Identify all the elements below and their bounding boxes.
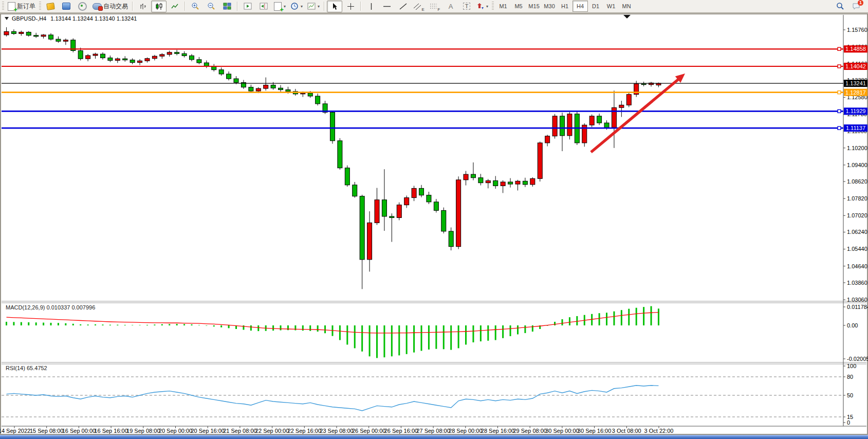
candle-body[interactable] (597, 116, 602, 123)
candle-body[interactable] (486, 181, 490, 183)
arrows-tool-button[interactable] (475, 1, 490, 12)
candle-body[interactable] (308, 93, 312, 96)
timeframe-w1-button[interactable]: W1 (603, 1, 619, 12)
auto-scroll-button[interactable] (240, 1, 255, 12)
candle-body[interactable] (152, 56, 157, 59)
candle-body[interactable] (26, 32, 31, 35)
search-button[interactable] (833, 1, 848, 12)
indicators-button[interactable] (272, 1, 288, 12)
candle-body[interactable] (412, 188, 416, 197)
periods-button[interactable] (288, 1, 305, 12)
timeframe-d1-button[interactable]: D1 (588, 1, 603, 12)
crosshair-tool-button[interactable] (343, 1, 358, 12)
text-tool-button[interactable]: A (443, 1, 458, 12)
candle-body[interactable] (404, 198, 409, 205)
trendline-tool-button[interactable] (395, 1, 411, 12)
timeframe-m1-button[interactable]: M1 (495, 1, 511, 12)
candle-body[interactable] (115, 59, 120, 60)
candle-body[interactable] (19, 32, 24, 34)
candle-body[interactable] (286, 90, 290, 92)
candle-body[interactable] (34, 35, 39, 36)
candle-body[interactable] (427, 195, 431, 202)
candle-body[interactable] (641, 84, 646, 85)
candle-body[interactable] (182, 53, 187, 56)
candle-body[interactable] (449, 231, 453, 247)
candle-body[interactable] (360, 196, 364, 260)
timeframe-m5-button[interactable]: M5 (511, 1, 526, 12)
navigator-button[interactable] (75, 1, 90, 12)
auto-trading-button[interactable]: 自动交易 (90, 1, 130, 12)
candle-body[interactable] (78, 51, 83, 59)
channel-tool-button[interactable]: E (411, 1, 427, 12)
candle-body[interactable] (538, 143, 542, 178)
candle-body[interactable] (256, 88, 261, 91)
candle-body[interactable] (279, 88, 283, 89)
candle-body[interactable] (190, 56, 194, 59)
candle-body[interactable] (552, 116, 557, 136)
candle-body[interactable] (41, 35, 46, 36)
line-handle[interactable] (838, 109, 841, 113)
fibonacci-tool-button[interactable]: F (427, 1, 442, 12)
candle-body[interactable] (227, 74, 231, 79)
candle-body[interactable] (434, 202, 438, 211)
timeframe-h1-button[interactable]: H1 (557, 1, 572, 12)
cursor-tool-button[interactable] (327, 1, 342, 12)
candle-body[interactable] (367, 223, 372, 260)
candle-body[interactable] (523, 181, 527, 185)
candle-body[interactable] (160, 54, 164, 56)
chart-canvas[interactable]: 1.157601.149601.141601.133801.125801.117… (0, 0, 868, 439)
data-window-button[interactable] (59, 1, 74, 12)
candle-body[interactable] (626, 95, 631, 105)
candle-body[interactable] (264, 85, 268, 88)
candle-body[interactable] (301, 93, 305, 94)
toolbar-grip[interactable] (2, 2, 4, 11)
market-watch-button[interactable] (43, 1, 58, 12)
candlestick-chart-button[interactable] (151, 1, 167, 12)
line-handle[interactable] (838, 126, 841, 130)
candle-body[interactable] (545, 136, 550, 143)
timeframe-mn-button[interactable]: MN (619, 1, 634, 12)
candle-body[interactable] (560, 116, 565, 136)
label-tool-button[interactable]: T (459, 1, 474, 12)
candle-body[interactable] (63, 40, 68, 41)
candle-body[interactable] (56, 39, 61, 41)
candle-body[interactable] (382, 200, 386, 216)
new-order-button[interactable]: 新订单 (6, 1, 38, 12)
horizontal-line-tool-button[interactable] (379, 1, 395, 12)
candle-body[interactable] (4, 31, 9, 35)
zoom-in-button[interactable] (188, 1, 203, 12)
candle-body[interactable] (493, 181, 498, 186)
candle-body[interactable] (100, 54, 105, 58)
candle-body[interactable] (530, 178, 535, 185)
candle-body[interactable] (589, 116, 594, 125)
chart-shift-button[interactable] (256, 1, 271, 12)
candle-body[interactable] (604, 123, 609, 127)
candle-body[interactable] (49, 35, 53, 39)
candle-body[interactable] (234, 79, 238, 82)
candle-body[interactable] (86, 56, 90, 59)
candle-body[interactable] (11, 31, 16, 33)
toolbar-grip[interactable] (492, 2, 494, 11)
tile-windows-button[interactable] (219, 1, 235, 12)
candle-body[interactable] (471, 174, 475, 178)
candle-body[interactable] (441, 210, 446, 231)
candle-body[interactable] (456, 180, 461, 247)
candle-body[interactable] (130, 60, 135, 63)
candle-body[interactable] (567, 114, 572, 136)
timeframe-m15-button[interactable]: M15 (526, 1, 542, 12)
line-handle[interactable] (838, 47, 841, 50)
notifications-button[interactable]: 1 (848, 1, 864, 12)
bar-chart-button[interactable] (135, 1, 151, 12)
candle-body[interactable] (175, 52, 179, 53)
candle-body[interactable] (271, 85, 275, 88)
candle-body[interactable] (197, 60, 201, 63)
candle-body[interactable] (419, 188, 424, 195)
chart-shift-marker[interactable] (623, 15, 631, 19)
candle-body[interactable] (219, 70, 224, 74)
candle-body[interactable] (397, 205, 401, 218)
line-chart-button[interactable] (167, 1, 182, 12)
candle-body[interactable] (619, 105, 624, 107)
toolbar-grip[interactable] (39, 2, 41, 11)
candle-body[interactable] (316, 96, 320, 104)
candle-body[interactable] (515, 181, 520, 184)
